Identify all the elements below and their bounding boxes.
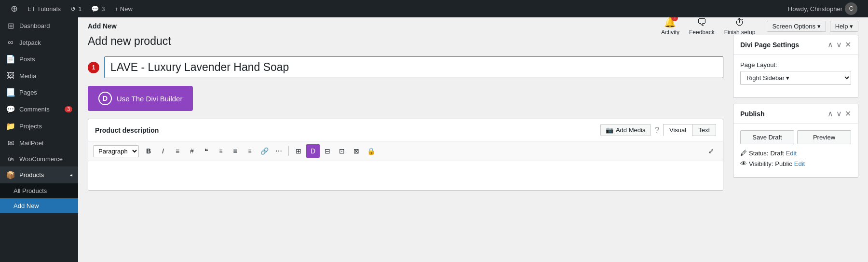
sidebar-item-projects[interactable]: 📁 Projects bbox=[0, 118, 78, 135]
visual-text-tabs: Visual Text bbox=[663, 124, 716, 136]
wordpress-icon: ⊕ bbox=[11, 3, 18, 14]
publish-title: Publish bbox=[740, 110, 765, 118]
visual-tab[interactable]: Visual bbox=[663, 124, 692, 136]
page-title: Add new product bbox=[88, 35, 714, 48]
adminbar-new[interactable]: + New bbox=[110, 0, 137, 17]
main-topbar: Add New 🔔 1 Activity 🗨 Feedback bbox=[78, 17, 868, 35]
page-layout-label: Page Layout: bbox=[740, 61, 851, 69]
feedback-button[interactable]: 🗨 Feedback bbox=[689, 17, 715, 36]
admin-bar: ⊕ ET Tutorials ↺ 1 💬 3 + New Howdy, Chri… bbox=[0, 0, 868, 17]
ol-icon: # bbox=[190, 147, 194, 155]
link-icon: 🔗 bbox=[260, 147, 269, 155]
adminbar-site-name[interactable]: ET Tutorials bbox=[23, 0, 66, 17]
collapse-up-icon[interactable]: ∧ bbox=[827, 40, 833, 49]
activity-icon-wrap: 🔔 1 bbox=[664, 17, 676, 28]
text-tab[interactable]: Text bbox=[692, 124, 716, 136]
unordered-list-button[interactable]: ≡ bbox=[171, 144, 184, 158]
align-left-button[interactable]: ≡ bbox=[214, 144, 228, 158]
posts-icon: 📄 bbox=[6, 55, 15, 64]
toolbar-btn-7[interactable]: ⊠ bbox=[350, 144, 363, 158]
site-name-label: ET Tutorials bbox=[27, 5, 61, 13]
page-layout-select[interactable]: Right Sidebar ▾ bbox=[740, 71, 851, 85]
page-header: Add new product bbox=[88, 35, 723, 56]
expand-button[interactable]: ⤢ bbox=[705, 144, 718, 158]
status-edit-link[interactable]: Edit bbox=[786, 150, 797, 157]
sidebar-item-label: Media bbox=[19, 72, 36, 80]
toolbar-btn-5[interactable]: ⊟ bbox=[321, 144, 334, 158]
preview-button[interactable]: Preview bbox=[797, 130, 851, 144]
sidebar-item-woocommerce[interactable]: 🛍 WooCommerce bbox=[0, 152, 78, 166]
sidebar-item-dashboard[interactable]: ⊞ Dashboard bbox=[0, 17, 78, 34]
text-tab-label: Text bbox=[698, 126, 710, 134]
divi-builder-button[interactable]: D Use The Divi Builder bbox=[88, 86, 193, 111]
adminbar-wp-logo[interactable]: ⊕ bbox=[6, 0, 23, 17]
sidebar-item-pages[interactable]: 📃 Pages bbox=[0, 84, 78, 101]
screen-options-label: Screen Options bbox=[772, 23, 815, 30]
content-area: Add new product 1 D Use The Divi Builder… bbox=[78, 35, 868, 262]
jetpack-icon: ∞ bbox=[6, 38, 15, 47]
editor-column: Add new product 1 D Use The Divi Builder… bbox=[88, 35, 723, 252]
publish-collapse-down-icon[interactable]: ∨ bbox=[836, 109, 842, 118]
sidebar-item-products[interactable]: 📦 Products ◂ bbox=[0, 166, 78, 183]
sidebar-item-label: Posts bbox=[19, 55, 35, 63]
add-new-label: Add New bbox=[14, 202, 39, 209]
sidebar-item-label: Pages bbox=[19, 89, 37, 96]
lock-button[interactable]: 🔒 bbox=[364, 144, 378, 158]
sidebar-item-mailpoet[interactable]: ✉ MailPoet bbox=[0, 135, 78, 152]
align-right-icon: ≡ bbox=[248, 148, 251, 154]
adminbar-revisions[interactable]: ↺ 1 bbox=[66, 0, 86, 17]
sidebar-item-comments[interactable]: 💬 Comments 3 bbox=[0, 101, 78, 118]
adminbar-comments[interactable]: 💬 3 bbox=[86, 0, 109, 17]
product-title-input[interactable] bbox=[104, 56, 723, 78]
screen-options-button[interactable]: Screen Options ▾ bbox=[767, 21, 826, 32]
adminbar-howdy[interactable]: Howdy, Christopher C bbox=[783, 2, 862, 15]
sidebar-item-add-new[interactable]: Add New bbox=[0, 198, 78, 213]
divi-page-settings-metabox: Divi Page Settings ∧ ∨ ✕ Page Layout: Ri… bbox=[733, 35, 858, 98]
activity-button[interactable]: 🔔 1 Activity bbox=[661, 17, 679, 36]
sidebar-item-all-products[interactable]: All Products bbox=[0, 183, 78, 198]
divi-toolbar-button[interactable]: D bbox=[306, 144, 320, 158]
editor-help-icon[interactable]: ? bbox=[655, 126, 659, 135]
sidebar-item-jetpack[interactable]: ∞ Jetpack bbox=[0, 34, 78, 51]
publish-collapse-up-icon[interactable]: ∧ bbox=[827, 109, 833, 118]
toolbar-btn-6[interactable]: ⊡ bbox=[335, 144, 349, 158]
add-media-button[interactable]: 📷 Add Media bbox=[600, 124, 651, 136]
toolbar-icon-5: ⊟ bbox=[325, 147, 330, 155]
publish-action-row: Save Draft Preview bbox=[740, 130, 851, 144]
user-avatar: C bbox=[845, 2, 857, 15]
align-center-button[interactable]: ≣ bbox=[229, 144, 242, 158]
add-media-label: Add Media bbox=[616, 126, 646, 134]
chevron-icon: ◂ bbox=[70, 172, 72, 178]
visibility-edit-link[interactable]: Edit bbox=[794, 160, 805, 167]
editor-content-area[interactable] bbox=[88, 161, 723, 190]
visibility-label: Visibility: bbox=[749, 160, 773, 167]
status-value: Draft bbox=[770, 150, 784, 157]
editor-toolbar: Paragraph B I ≡ # bbox=[88, 141, 723, 161]
howdy-label: Howdy, Christopher bbox=[788, 5, 842, 13]
finish-setup-button[interactable]: ⏱ Finish setup bbox=[724, 17, 756, 36]
paragraph-select[interactable]: Paragraph bbox=[93, 145, 139, 157]
finish-setup-icon: ⏱ bbox=[735, 17, 745, 28]
bold-button[interactable]: B bbox=[142, 144, 155, 158]
media-icon: 🖼 bbox=[6, 71, 15, 80]
close-icon[interactable]: ✕ bbox=[845, 40, 851, 49]
align-right-button[interactable]: ≡ bbox=[243, 144, 257, 158]
publish-close-icon[interactable]: ✕ bbox=[845, 109, 851, 118]
sidebar-item-label: Jetpack bbox=[19, 39, 41, 46]
italic-button[interactable]: I bbox=[156, 144, 170, 158]
insert-row-button[interactable]: ⊞ bbox=[292, 144, 305, 158]
feedback-icon: 🗨 bbox=[697, 17, 706, 28]
sidebar-products-submenu: All Products Add New bbox=[0, 183, 78, 213]
help-button[interactable]: Help ▾ bbox=[830, 21, 858, 32]
new-label: + New bbox=[115, 5, 133, 13]
sidebar-item-posts[interactable]: 📄 Posts bbox=[0, 51, 78, 68]
collapse-down-icon[interactable]: ∨ bbox=[836, 40, 842, 49]
blockquote-button[interactable]: ❝ bbox=[200, 144, 213, 158]
ordered-list-button[interactable]: # bbox=[185, 144, 199, 158]
more-button[interactable]: ⋯ bbox=[272, 144, 285, 158]
link-button[interactable]: 🔗 bbox=[258, 144, 271, 158]
visibility-row: 👁 Visibility: Public Edit bbox=[740, 160, 851, 167]
save-draft-button[interactable]: Save Draft bbox=[740, 130, 794, 144]
sidebar-item-label: MailPoet bbox=[19, 139, 44, 147]
sidebar-item-media[interactable]: 🖼 Media bbox=[0, 68, 78, 84]
